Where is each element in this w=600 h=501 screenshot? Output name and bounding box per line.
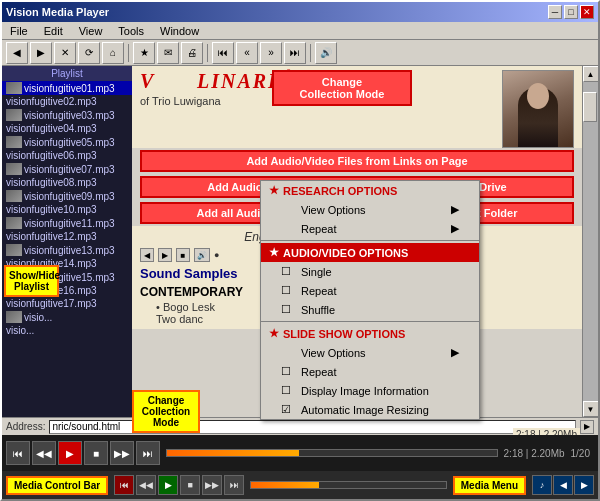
list-item[interactable]: visionfugitive02.mp3 [2, 95, 132, 108]
extra-btn3[interactable]: ▶ [574, 475, 594, 495]
ctx-research-header: ★ RESEARCH OPTIONS [261, 181, 479, 200]
address-input[interactable] [49, 420, 576, 434]
stop-button[interactable]: ✕ [54, 42, 76, 64]
menu-file[interactable]: File [6, 24, 32, 38]
change-collection-mode-top-text: ChangeCollection Mode [300, 76, 385, 100]
ctx-repeat-3[interactable]: ☐ Repeat [261, 362, 479, 381]
ctx-view-options-2[interactable]: View Options ▶ [261, 343, 479, 362]
nav-next[interactable]: ⏭ [284, 42, 306, 64]
media-buttons: ⏮ ◀◀ ▶ ■ ▶▶ ⏭ [6, 441, 160, 465]
media-ff-button[interactable]: ▶▶ [110, 441, 134, 465]
page-counter: 1/20 [567, 448, 594, 459]
nav-prev[interactable]: ⏮ [212, 42, 234, 64]
list-item[interactable]: visio... [2, 324, 132, 337]
menu-window[interactable]: Window [156, 24, 203, 38]
extra-btn1[interactable]: ♪ [532, 475, 552, 495]
nav-rw[interactable]: « [236, 42, 258, 64]
add-links-text: Add Audio/Video Files from Links on Page [246, 155, 467, 167]
go-button[interactable]: ▶ [580, 420, 594, 434]
ctx-repeat-1[interactable]: Repeat ▶ [261, 219, 479, 238]
list-item[interactable]: visionfugitive13.mp3 [2, 243, 132, 257]
ctx-star1: ★ [269, 184, 279, 197]
ctx-repeat-2[interactable]: ☐ Repeat [261, 281, 479, 300]
bottom-progress-fill [251, 482, 319, 488]
minimize-button[interactable]: ─ [548, 5, 562, 19]
list-item[interactable]: visionfugitive11.mp3 [2, 216, 132, 230]
ctrl-ff-button[interactable]: ▶▶ [202, 475, 222, 495]
nav-ff[interactable]: » [260, 42, 282, 64]
list-item[interactable]: visionfugitive08.mp3 [2, 176, 132, 189]
ctx-view-options-1[interactable]: View Options ▶ [261, 200, 479, 219]
media-play-button[interactable]: ▶ [58, 441, 82, 465]
star-button[interactable]: ★ [133, 42, 155, 64]
ctx-display-info[interactable]: ☐ Display Image Information [261, 381, 479, 400]
thumbnail [6, 82, 22, 94]
ctx-shuffle[interactable]: ☐ Shuffle [261, 300, 479, 319]
media-rw-button[interactable]: ◀◀ [32, 441, 56, 465]
list-item[interactable]: visionfugitive17.mp3 [2, 297, 132, 310]
mini-btn4[interactable]: 🔊 [194, 248, 210, 262]
print-button[interactable]: 🖨 [181, 42, 203, 64]
list-item[interactable]: visionfugitive07.mp3 [2, 162, 132, 176]
change-collection-mode-callout-top[interactable]: ChangeCollection Mode [272, 70, 412, 106]
mini-btn1[interactable]: ◀ [140, 248, 154, 262]
scroll-down-button[interactable]: ▼ [583, 401, 599, 417]
thumbnail [6, 163, 22, 175]
media-stop-button[interactable]: ■ [84, 441, 108, 465]
add-links-callout[interactable]: Add Audio/Video Files from Links on Page [140, 150, 574, 172]
close-button[interactable]: ✕ [580, 5, 594, 19]
change-collection-mode-bottom-text: ChangeCollection Mode [142, 395, 190, 428]
ctx-sep1 [261, 240, 479, 241]
maximize-button[interactable]: □ [564, 5, 578, 19]
back-button[interactable]: ◀ [6, 42, 28, 64]
scroll-track[interactable] [583, 82, 598, 401]
artist-name: V LINARIĆ [140, 70, 293, 93]
scroll-up-button[interactable]: ▲ [583, 66, 599, 82]
ctx-single[interactable]: ☐ Single [261, 262, 479, 281]
ctrl-prev-button[interactable]: ⏮ [114, 475, 134, 495]
menu-edit[interactable]: Edit [40, 24, 67, 38]
thumbnail [6, 311, 22, 323]
scroll-thumb[interactable] [583, 92, 597, 122]
menu-view[interactable]: View [75, 24, 107, 38]
list-item[interactable]: visionfugitive09.mp3 [2, 189, 132, 203]
home-button[interactable]: ⌂ [102, 42, 124, 64]
mini-btn3[interactable]: ■ [176, 248, 190, 262]
vol-button[interactable]: 🔊 [315, 42, 337, 64]
playlist-items[interactable]: visionfugitive01.mp3 visionfugitive02.mp… [2, 81, 132, 417]
ctrl-rw-button[interactable]: ◀◀ [136, 475, 156, 495]
list-item[interactable]: visio... [2, 310, 132, 324]
ctrl-next-button[interactable]: ⏭ [224, 475, 244, 495]
ctx-arrow3: ▶ [451, 346, 459, 359]
ctx-auto-resize[interactable]: ☑ Automatic Image Resizing [261, 400, 479, 417]
list-item[interactable]: visionfugitive05.mp3 [2, 135, 132, 149]
show-hide-playlist-label[interactable]: Show/Hide Playlist [4, 265, 59, 297]
browser-main: V LINARIĆ of Trio Luwigana ChangeCollect… [132, 66, 582, 417]
list-item[interactable]: visionfugitive06.mp3 [2, 149, 132, 162]
thumbnail [6, 190, 22, 202]
media-next-button[interactable]: ⏭ [136, 441, 160, 465]
bottom-progress[interactable] [250, 481, 447, 489]
playlist-panel: Playlist visionfugitive01.mp3 visionfugi… [2, 66, 132, 417]
extra-btn2[interactable]: ◀ [553, 475, 573, 495]
menu-tools[interactable]: Tools [114, 24, 148, 38]
mail-button[interactable]: ✉ [157, 42, 179, 64]
mini-btn2[interactable]: ▶ [158, 248, 172, 262]
list-item[interactable]: visionfugitive03.mp3 [2, 108, 132, 122]
list-item[interactable]: visionfugitive12.mp3 [2, 230, 132, 243]
change-collection-mode-label-bottom[interactable]: ChangeCollection Mode [132, 390, 200, 433]
ctx-star3: ★ [269, 327, 279, 340]
ctrl-play-button[interactable]: ▶ [158, 475, 178, 495]
list-item[interactable]: visionfugitive04.mp3 [2, 122, 132, 135]
refresh-button[interactable]: ⟳ [78, 42, 100, 64]
list-item[interactable]: visionfugitive10.mp3 [2, 203, 132, 216]
media-control-bar-label[interactable]: Media Control Bar [6, 476, 108, 495]
media-prev-button[interactable]: ⏮ [6, 441, 30, 465]
address-label: Address: [6, 421, 45, 432]
list-item[interactable]: visionfugitive01.mp3 [2, 81, 132, 95]
ctx-single-label: Single [301, 266, 332, 278]
media-menu-label[interactable]: Media Menu [453, 476, 526, 495]
ctrl-stop-button[interactable]: ■ [180, 475, 200, 495]
media-progress[interactable] [166, 449, 498, 457]
forward-button[interactable]: ▶ [30, 42, 52, 64]
